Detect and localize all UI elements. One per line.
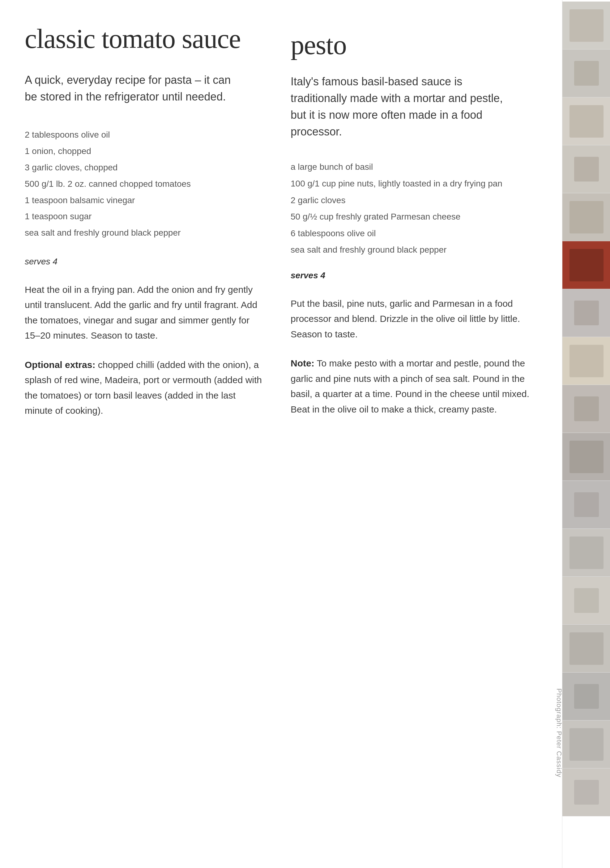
thumbnail-16[interactable]	[562, 721, 610, 769]
left-recipe-subtitle: A quick, everyday recipe for pasta – it …	[25, 72, 235, 105]
pesto-ingredient-item: 100 g/1 cup pine nuts, lightly toasted i…	[291, 175, 532, 192]
pesto-ingredient-item: 2 garlic cloves	[291, 192, 532, 209]
ingredient-item: 1 teaspoon balsamic vinegar	[25, 192, 266, 209]
thumbnail-2[interactable]	[562, 50, 610, 98]
pesto-note: Note: To make pesto with a mortar and pe…	[291, 356, 532, 417]
thumbnail-13[interactable]	[562, 577, 610, 625]
left-optional: Optional extras: chopped chilli (added w…	[25, 357, 266, 418]
pesto-intro: Italy's famous basil-based sauce is trad…	[291, 73, 513, 140]
ingredient-item: 1 teaspoon sugar	[25, 208, 266, 225]
optional-label: Optional extras:	[25, 360, 95, 370]
thumbnail-10[interactable]	[562, 433, 610, 481]
pesto-ingredient-item: 6 tablespoons olive oil	[291, 225, 532, 242]
left-recipe-section: classic tomato sauce A quick, everyday r…	[25, 25, 266, 418]
thumbnail-8[interactable]	[562, 337, 610, 385]
thumbnail-5[interactable]	[562, 193, 610, 241]
right-recipe-section: pesto Italy's famous basil-based sauce i…	[291, 25, 532, 418]
thumbnail-1[interactable]	[562, 2, 610, 50]
ingredient-item: 2 tablespoons olive oil	[25, 127, 266, 143]
thumbnail-17[interactable]	[562, 769, 610, 816]
pesto-ingredient-item: 50 g/½ cup freshly grated Parmesan chees…	[291, 208, 532, 225]
thumbnail-15[interactable]	[562, 673, 610, 721]
photo-credit: Photograph: Peter Cassidy	[555, 688, 563, 777]
ingredient-item: 500 g/1 lb. 2 oz. canned chopped tomatoe…	[25, 176, 266, 192]
pesto-ingredients-list: a large bunch of basil 100 g/1 cup pine …	[291, 159, 532, 258]
thumbnail-6[interactable]	[562, 241, 610, 289]
note-label: Note:	[291, 358, 314, 368]
right-recipe-title: pesto	[291, 31, 532, 59]
pesto-ingredient-item: a large bunch of basil	[291, 159, 532, 175]
ingredient-item: 3 garlic cloves, chopped	[25, 160, 266, 176]
pesto-ingredient-item: sea salt and freshly ground black pepper	[291, 242, 532, 258]
thumbnail-4[interactable]	[562, 145, 610, 193]
sidebar-thumbnails	[562, 0, 610, 868]
thumbnail-12[interactable]	[562, 529, 610, 577]
thumbnail-7[interactable]	[562, 289, 610, 337]
left-serves: serves 4	[25, 257, 266, 267]
note-text-body: To make pesto with a mortar and pestle, …	[291, 358, 529, 414]
thumbnail-14[interactable]	[562, 625, 610, 673]
thumbnail-3[interactable]	[562, 98, 610, 145]
thumbnail-9[interactable]	[562, 385, 610, 433]
thumbnail-11[interactable]	[562, 481, 610, 529]
left-method: Heat the oil in a frying pan. Add the on…	[25, 282, 266, 343]
left-recipe-title: classic tomato sauce	[25, 25, 266, 53]
ingredient-item: 1 onion, chopped	[25, 143, 266, 160]
left-ingredients-list: 2 tablespoons olive oil 1 onion, chopped…	[25, 127, 266, 241]
pesto-serves: serves 4	[291, 271, 532, 281]
pesto-method: Put the basil, pine nuts, garlic and Par…	[291, 296, 532, 342]
ingredient-item: sea salt and freshly ground black pepper	[25, 225, 266, 241]
